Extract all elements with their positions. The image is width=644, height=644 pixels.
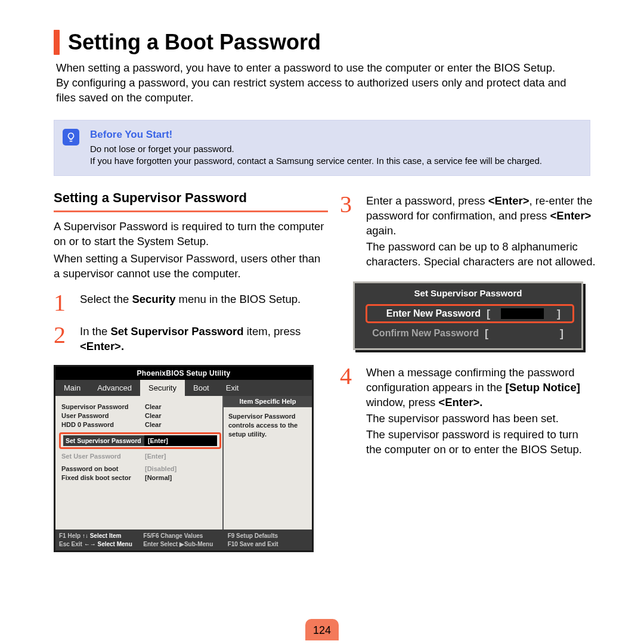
step-number: 4	[340, 366, 361, 457]
step-number: 1	[54, 292, 75, 314]
bios-item-label: Set User Password	[61, 453, 145, 460]
bios-title: PhoenixBIOS Setup Utility	[55, 367, 312, 380]
title-accent-bar	[54, 30, 60, 55]
bios-footer-key: F9 Setup Defaults	[228, 532, 278, 539]
step-number: 2	[54, 324, 75, 354]
bios-item-value: [Normal]	[145, 474, 219, 481]
intro-paragraph: When setting a password, you have to ent…	[56, 61, 587, 106]
dialog-label: Confirm New Password	[366, 328, 485, 339]
dialog-title: Set Supervisor Password	[355, 283, 581, 304]
dialog-row-confirm: Confirm New Password [ ]	[366, 327, 574, 340]
bios-footer-key: ↑↓ Select Item	[82, 532, 122, 539]
password-field	[501, 308, 544, 319]
bios-tab-advanced: Advanced	[89, 380, 140, 396]
bios-footer-key: F10 Save and Exit	[228, 541, 278, 547]
step-2: 2 In the Set Supervisor Password item, p…	[54, 324, 328, 354]
step-key: <Enter>	[550, 209, 591, 222]
step-key: <Enter>.	[438, 396, 482, 408]
section-desc-2: When setting a Supervisor Password, user…	[54, 252, 328, 281]
info-callout: Before You Start! Do not lose or forget …	[54, 120, 590, 177]
step-1: 1 Select the Security menu in the BIOS S…	[54, 292, 328, 314]
bios-setup-screenshot: PhoenixBIOS Setup Utility Main Advanced …	[54, 365, 328, 552]
step-text: The supervisor password is required to t…	[366, 428, 582, 456]
page-number: 124	[313, 624, 331, 637]
bios-highlight-value: [Enter]	[144, 435, 217, 446]
step-text: Select the	[80, 293, 132, 305]
bios-tab-boot: Boot	[185, 380, 218, 396]
step-number: 3	[340, 194, 361, 270]
bios-item-value: Clear	[145, 412, 219, 419]
step-text: item, press	[244, 325, 301, 338]
info-line-1: Do not lose or forget your password.	[90, 143, 581, 155]
bios-item-value: Clear	[145, 421, 219, 428]
section-heading: Setting a Supervisor Password	[54, 190, 328, 212]
bios-item-label: User Password	[61, 412, 145, 419]
bios-footer-legend: F1 Help ↑↓ Select Item Esc Exit ←→ Selec…	[55, 530, 312, 550]
dialog-label: Enter New Password	[367, 308, 487, 319]
bios-tabs: Main Advanced Security Boot Exit	[55, 380, 312, 396]
step-3: 3 Enter a password, press <Enter>, re-en…	[340, 194, 596, 270]
dialog-row-enter: Enter New Password [ ]	[366, 304, 574, 323]
bios-footer-key: F1 Help	[59, 532, 80, 539]
step-bold: Security	[132, 293, 175, 305]
page-title: Setting a Boot Password	[68, 30, 321, 55]
step-key: <Enter>	[488, 194, 530, 207]
bracket-close: ]	[560, 327, 574, 340]
bios-item-label: Password on boot	[61, 465, 145, 472]
bios-footer-key: Enter Select ▶Sub-Menu	[143, 541, 213, 547]
bios-help-body: Supervisor Password controls access to t…	[224, 407, 312, 444]
info-line-2: If you have forgotten your password, con…	[90, 155, 581, 167]
step-4: 4 When a message confirming the password…	[340, 366, 596, 457]
bios-item-label: HDD 0 Password	[61, 421, 145, 428]
step-text: again.	[366, 224, 396, 237]
bios-footer-key: Esc Exit	[59, 541, 82, 547]
section-desc-1: A Supervisor Password is required to tur…	[54, 219, 328, 249]
step-text: The supervisor password has been set.	[366, 412, 559, 425]
bios-item-value: [Disabled]	[145, 465, 219, 472]
bracket-open: [	[485, 327, 499, 340]
bios-highlight-label: Set Supervisor Password	[63, 435, 144, 446]
bios-tab-security: Security	[140, 380, 185, 396]
step-text: window, press	[366, 396, 438, 408]
bios-tab-exit: Exit	[218, 380, 247, 396]
step-text: In the	[80, 325, 110, 338]
bracket-close: ]	[557, 308, 571, 320]
bios-highlighted-row: Set Supervisor Password [Enter]	[59, 432, 221, 449]
bios-footer-key: F5/F6 Change Values	[143, 532, 203, 539]
step-text: The password can be up to 8 alphanumeric…	[366, 240, 596, 268]
lightbulb-icon	[63, 129, 79, 145]
bios-item-value: Clear	[145, 403, 219, 410]
bios-help-title: Item Specific Help	[224, 396, 312, 407]
step-key: <Enter>.	[80, 340, 124, 352]
step-text: menu in the BIOS Setup.	[175, 293, 301, 305]
bios-footer-key: ←→ Select Menu	[84, 541, 132, 547]
bios-item-label: Fixed disk boot sector	[61, 474, 145, 481]
step-text: Enter a password, press	[366, 194, 488, 207]
bios-password-dialog: Set Supervisor Password Enter New Passwo…	[340, 281, 596, 350]
info-heading: Before You Start!	[90, 129, 581, 141]
bios-item-label: Supervisor Password	[61, 403, 145, 410]
step-bold: Set Supervisor Password	[110, 325, 243, 338]
bios-item-value: [Enter]	[145, 453, 219, 460]
bios-tab-main: Main	[55, 380, 89, 396]
step-bold: [Setup Notice]	[505, 381, 580, 394]
bracket-open: [	[487, 308, 501, 320]
